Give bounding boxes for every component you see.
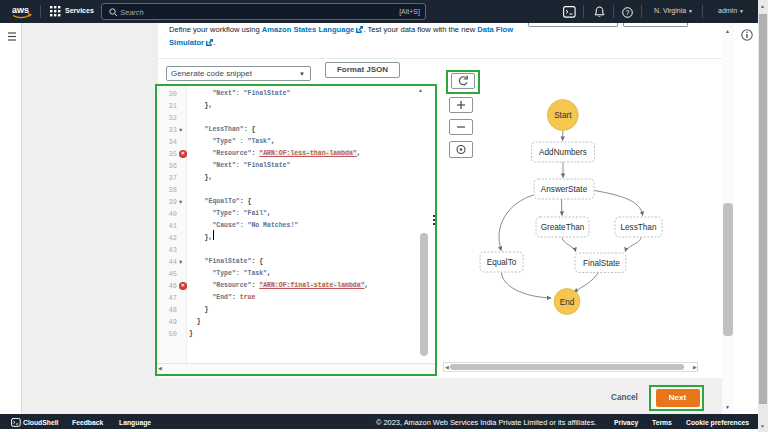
svg-text:End: End <box>560 298 575 307</box>
svg-text:FinalState: FinalState <box>583 259 620 268</box>
svg-text:EqualTo: EqualTo <box>487 258 517 267</box>
svg-text:LessThan: LessThan <box>621 223 657 232</box>
svg-text:aws: aws <box>12 5 29 15</box>
svg-text:AddNumbers: AddNumbers <box>539 148 587 157</box>
svg-text:?: ? <box>626 9 630 16</box>
svg-text:Start: Start <box>554 111 572 120</box>
svg-text:AnswerState: AnswerState <box>541 185 588 194</box>
svg-text:GreateThan: GreateThan <box>541 223 585 232</box>
